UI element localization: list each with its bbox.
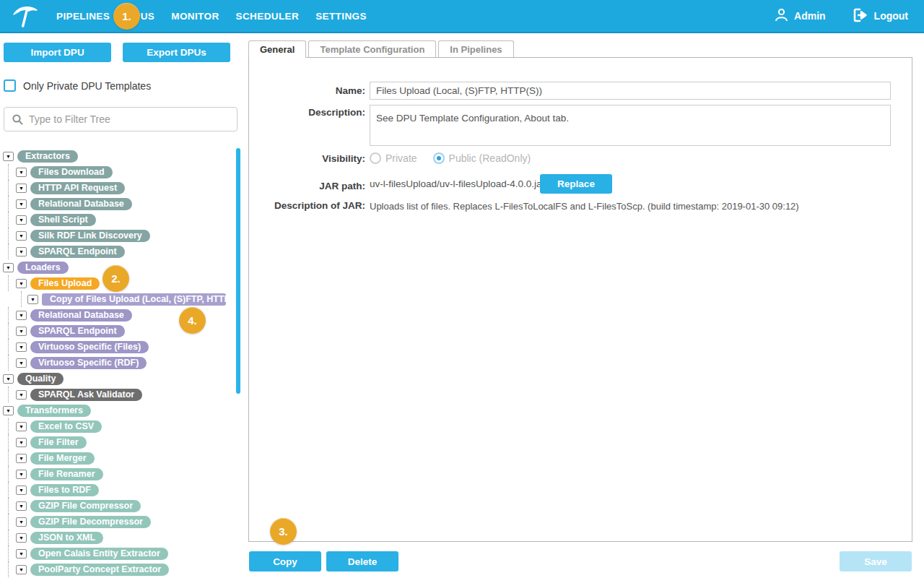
tree-item-label: Relational Database [30,198,132,210]
delete-button[interactable]: Delete [326,551,398,571]
tab-template-configuration[interactable]: Template Configuration [308,40,436,57]
expander-icon[interactable]: ▼ [16,390,27,400]
detail-tabs: General Template Configuration In Pipeli… [248,40,514,57]
visibility-option-private: Private [370,152,417,164]
tree-item-gzip-file-compressor[interactable]: ▼GZIP File Compressor [0,498,241,514]
tree-item-silk-rdf-link-discovery[interactable]: ▼Silk RDF Link Discovery [0,228,241,243]
expander-icon[interactable]: ▼ [16,501,27,511]
tree-item-excel-to-csv[interactable]: ▼Excel to CSV [0,418,241,434]
tree-item-sparql-endpoint-extractor[interactable]: ▼SPARQL Endpoint [0,243,241,259]
expander-icon[interactable]: ▼ [16,231,27,241]
save-button-disabled[interactable]: Save [840,551,912,571]
nav-item-scheduler[interactable]: SCHEDULER [236,11,300,22]
public-readonly-radio[interactable] [433,152,445,164]
logout-label: Logout [874,10,908,22]
tree-item-label: Excel to CSV [30,420,102,433]
dpu-template-tree: ▼Extractors ▼Files Download ▼HTTP API Re… [0,148,241,577]
private-templates-filter: Only Private DPU Templates [4,79,151,92]
nav-item-settings[interactable]: SETTINGS [315,11,367,22]
expander-icon[interactable]: ▼ [27,295,38,304]
tree-category-quality[interactable]: ▼Quality [0,371,241,387]
tree-item-shell-script[interactable]: ▼Shell Script [0,212,241,228]
tree-item-json-to-xml[interactable]: ▼JSON to XML [0,530,241,545]
tree-item-virtuoso-specific-files[interactable]: ▼Virtuoso Specific (Files) [0,339,241,355]
user-name-label: Admin [794,10,826,22]
tree-filter [4,107,237,131]
tree-item-label: Virtuoso Specific (Files) [30,341,149,353]
expander-icon[interactable]: ▼ [16,422,27,431]
expander-icon[interactable]: ▼ [16,311,27,320]
visibility-row: Visibility: Private Public (ReadOnly) [249,152,912,164]
tree-item-sparql-endpoint-loader[interactable]: ▼SPARQL Endpoint [0,323,241,339]
tree-item-relational-database[interactable]: ▼Relational Database [0,196,241,212]
expander-icon[interactable]: ▼ [3,263,14,272]
tree-item-gzip-file-decompressor[interactable]: ▼GZIP File Decompressor [0,514,241,530]
expander-icon[interactable]: ▼ [16,342,27,352]
description-textarea[interactable]: See DPU Template Configuration, About ta… [370,105,891,146]
private-radio-label: Private [385,152,417,164]
expander-icon[interactable]: ▼ [16,486,27,495]
tab-in-pipelines[interactable]: In Pipelines [438,40,513,57]
replace-jar-button[interactable]: Replace [540,174,612,194]
expander-icon[interactable]: ▼ [3,406,14,415]
tree-category-extractors[interactable]: ▼Extractors [0,148,241,164]
only-private-checkbox[interactable] [4,79,16,92]
logout-icon [852,7,869,25]
tree-category-transformers[interactable]: ▼Transformers [0,402,241,418]
private-radio[interactable] [370,152,381,164]
export-dpus-button[interactable]: Export DPUs [123,43,230,62]
expander-icon[interactable]: ▼ [3,152,14,161]
tree-item-files-to-rdf[interactable]: ▼Files to RDF [0,482,241,498]
expander-icon[interactable]: ▼ [16,279,27,288]
tree-item-label: SPARQL Ask Validator [30,389,142,401]
logout-button[interactable]: Logout [852,7,908,25]
tree-item-label: Extractors [17,150,78,163]
nav-item-pipelines[interactable]: PIPELINES [56,11,110,22]
expander-icon[interactable]: ▼ [16,454,27,463]
expander-icon[interactable]: ▼ [16,184,27,193]
tree-item-files-download[interactable]: ▼Files Download [0,164,241,180]
tree-item-label: HTTP API Request [30,182,125,194]
name-label: Name: [249,82,365,100]
expander-icon[interactable]: ▼ [16,565,27,574]
tree-item-label: PoolParty Concept Extractor [30,564,169,576]
tree-item-copy-of-files-upload-selected[interactable]: ▼Copy of Files Upload (Local, (S)FTP, HT… [0,291,241,307]
app-logo-umbrella-icon[interactable] [12,3,39,30]
tab-general[interactable]: General [248,40,306,58]
nav-item-monitor[interactable]: MONITOR [171,11,219,22]
tree-filter-input[interactable] [4,107,237,131]
tree-item-virtuoso-specific-rdf[interactable]: ▼Virtuoso Specific (RDF) [0,355,241,371]
name-input[interactable] [370,82,891,100]
nav-right-group: Admin Logout [774,7,908,25]
tree-scrollbar[interactable] [236,148,240,394]
expander-icon[interactable]: ▼ [16,358,27,368]
tree-item-label: SPARQL Endpoint [30,325,125,337]
step-badge-2: 2. [103,265,129,292]
step-badge-3: 3. [270,518,297,545]
tree-item-http-api-request[interactable]: ▼HTTP API Request [0,180,241,196]
expander-icon[interactable]: ▼ [16,533,27,543]
tree-item-file-filter[interactable]: ▼File Filter [0,434,241,450]
expander-icon[interactable]: ▼ [16,247,27,256]
expander-icon[interactable]: ▼ [16,470,27,479]
expander-icon[interactable]: ▼ [16,199,27,209]
import-dpu-button[interactable]: Import DPU [4,43,111,62]
jar-description-label: Description of JAR: [249,200,365,212]
expander-icon[interactable]: ▼ [3,374,14,384]
tree-item-file-merger[interactable]: ▼File Merger [0,450,241,466]
user-menu[interactable]: Admin [774,7,826,25]
expander-icon[interactable]: ▼ [16,438,27,447]
expander-icon[interactable]: ▼ [16,549,27,558]
expander-icon[interactable]: ▼ [16,517,27,527]
copy-button[interactable]: Copy [249,551,321,571]
expander-icon[interactable]: ▼ [16,215,27,225]
tree-item-label: Shell Script [30,214,96,226]
expander-icon[interactable]: ▼ [16,168,27,177]
tree-item-open-calais-entity-extractor[interactable]: ▼Open Calais Entity Extractor [0,545,241,561]
tree-item-file-renamer[interactable]: ▼File Renamer [0,466,241,482]
tree-item-poolparty-concept-extractor[interactable]: ▼PoolParty Concept Extractor [0,561,241,577]
jar-path-row: JAR path: uv-l-filesUpload/uv-l-filesUpl… [249,174,912,194]
search-icon [12,113,24,129]
tree-item-sparql-ask-validator[interactable]: ▼SPARQL Ask Validator [0,387,241,402]
expander-icon[interactable]: ▼ [16,327,27,336]
